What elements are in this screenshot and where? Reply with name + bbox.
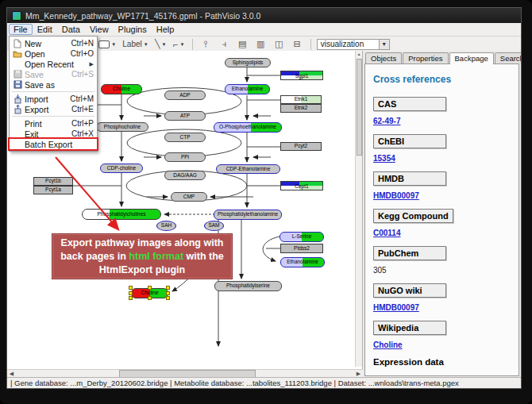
section-header: HMDB (373, 171, 446, 186)
selection-handle[interactable] (148, 286, 152, 290)
tab-backpage[interactable]: Backpage (449, 52, 494, 64)
file-menu-item-print[interactable]: PrintCtrl+P (10, 118, 97, 129)
annotation-text: Export pathway images along with back pa… (52, 237, 232, 277)
node-atp[interactable]: ATP (164, 111, 206, 121)
crossref-link[interactable]: 62-49-7 (373, 117, 400, 125)
backpage-section-cas: CAS62-49-7 (373, 96, 519, 125)
common-height-button[interactable]: ⊟ (290, 38, 305, 50)
node-cdp-ethanolamine[interactable]: CDP-Ethanolamine (216, 164, 280, 174)
node-ethanolamine[interactable]: Ethanolamine (280, 257, 325, 267)
node-dag-aag[interactable]: DAG/AAG (164, 171, 206, 180)
backpage-panel: Cross references CAS62-49-7ChEBI15354HMD… (364, 63, 519, 376)
selection-handle[interactable] (129, 296, 133, 300)
common-width-button[interactable]: ◫ (272, 38, 287, 50)
node-ptdss2[interactable]: Ptdss2 (280, 244, 323, 253)
toolbar-separator (192, 39, 193, 50)
file-menu-item-export[interactable]: ExportCtrl+E (10, 104, 97, 114)
selection-handle[interactable] (166, 286, 170, 290)
node-pcyt1b[interactable]: Pcyt1b (33, 177, 73, 186)
file-menu-item-batch-export[interactable]: Batch Export (10, 139, 97, 149)
tab-search[interactable]: Search (495, 52, 521, 63)
save-disk-icon (12, 70, 23, 79)
export-icon (12, 105, 23, 114)
crossref-link[interactable]: C00114 (373, 229, 400, 237)
visualization-dropdown-arrow-icon[interactable]: ▼ (379, 40, 389, 49)
visualization-combobox[interactable]: visualization ▼ (317, 39, 390, 50)
node-ppi[interactable]: PPi (164, 152, 206, 162)
crossref-link[interactable]: HMDB00097 (373, 303, 419, 312)
canvas-vertical-scrollbar[interactable]: ▴ (355, 51, 362, 367)
menu-item-label: Save as (25, 80, 55, 90)
menu-plugins[interactable]: Plugins (114, 24, 152, 35)
node-adp[interactable]: ADP (164, 90, 206, 100)
menu-edit[interactable]: Edit (33, 24, 57, 35)
node-etnk1[interactable]: Etnk1 (280, 95, 322, 104)
file-menu-item-exit[interactable]: ExitCtrl+X (10, 129, 97, 139)
distribute-vertical-button[interactable]: ▥ (253, 38, 268, 50)
connector-icon: ⌐ (173, 40, 178, 49)
node-ethanolamine[interactable]: Ethanolamine (225, 84, 270, 94)
screenshot-frame: Mm_Kennedy_pathway_WP1771_45176.gpml - P… (0, 0, 532, 404)
distribute-horizontal-button[interactable]: ▤ (235, 38, 250, 50)
line-tool-button[interactable]: ╲▼ (153, 38, 168, 50)
backpage-section-pubchem: PubChem305 (373, 245, 519, 275)
dropdown-arrow-icon[interactable]: ▼ (162, 42, 167, 47)
selection-handle[interactable] (166, 291, 170, 295)
align-middle-button[interactable]: ⫞ (217, 38, 232, 50)
annotation-callout: Export pathway images along with back pa… (52, 233, 233, 279)
dropdown-arrow-icon[interactable]: ▼ (144, 42, 148, 47)
file-menu-item-new[interactable]: NewCtrl+N (10, 38, 97, 48)
selection-handle[interactable] (166, 296, 170, 300)
backpage-section-hmdb: HMDBHMDB00097 (373, 171, 519, 200)
node-cdp-choline[interactable]: CDP-choline (100, 164, 143, 173)
file-menu-item-import[interactable]: ImportCtrl+M (10, 94, 97, 104)
vertical-scrollbar-thumb[interactable] (357, 59, 362, 156)
node-sgpl1[interactable]: Sgpl1 (280, 71, 323, 80)
node-ctp[interactable]: CTP (164, 133, 206, 142)
selection-handle[interactable] (148, 296, 152, 300)
node-phosphocholine[interactable]: Phosphocholine (96, 122, 148, 132)
node-sphingolipids[interactable]: Sphingolipids (225, 58, 271, 67)
node-sam[interactable]: SAM (204, 221, 224, 231)
node-phosphatidylethanolamine[interactable]: Phosphatidylethanolamine (214, 210, 282, 220)
node-choline[interactable]: Choline (101, 84, 142, 94)
menu-file[interactable]: File (9, 24, 33, 35)
menu-help[interactable]: Help (152, 24, 179, 35)
selection-handle[interactable] (129, 291, 133, 295)
menu-data[interactable]: Data (57, 24, 85, 35)
node-phosphatidylserine[interactable]: Phosphatidylserine (214, 281, 282, 291)
crossref-link[interactable]: Choline (373, 341, 403, 349)
label-tool-button[interactable]: Label▼ (121, 38, 149, 50)
dropdown-arrow-icon[interactable]: ▼ (179, 42, 184, 47)
node-cmp[interactable]: CMP (171, 192, 207, 202)
menu-item-shortcut: Ctrl+S (71, 70, 94, 79)
node-l-serine[interactable]: L-Serine (279, 232, 324, 242)
tab-objects[interactable]: Objects (365, 52, 402, 63)
align-center-button[interactable]: ⫯ (199, 38, 214, 50)
datanode-tool-button[interactable]: ▼ (97, 38, 118, 50)
file-menu-item-save-as[interactable]: Save as (10, 79, 97, 90)
dropdown-arrow-icon[interactable]: ▼ (111, 42, 116, 47)
tab-properties[interactable]: Properties (403, 52, 448, 63)
section-header: NuGO wiki (373, 283, 446, 298)
backpage-section-kegg-compound: Kegg CompoundC00114 (373, 208, 519, 237)
menu-view[interactable]: View (85, 24, 114, 35)
import-icon (12, 94, 23, 104)
shape-tool-button[interactable]: ⌐▼ (172, 38, 187, 50)
selection-handle[interactable] (129, 286, 133, 290)
node-o-phosphoethanolamine[interactable]: O-Phosphoethanolamine (214, 122, 282, 133)
node-phosphatidylcholines[interactable]: Phosphatidylcholines (82, 209, 161, 220)
menu-item-shortcut: Ctrl+O (71, 49, 94, 58)
node-cept1[interactable]: Cept1 (280, 181, 323, 190)
menu-item-label: Import (25, 94, 48, 104)
node-etnk2[interactable]: Etnk2 (280, 104, 322, 113)
file-menu-item-open[interactable]: OpenCtrl+O (10, 48, 97, 59)
crossref-link[interactable]: HMDB00097 (373, 191, 419, 200)
node-sah[interactable]: SAH (156, 221, 176, 231)
node-pcyt1a[interactable]: Pcyt1a (33, 186, 73, 194)
file-menu-item-open-recent[interactable]: Open Recent▶ (10, 59, 97, 69)
align-middle-icon: ⫞ (222, 39, 226, 49)
node-pcyt2[interactable]: Pcyt2 (280, 142, 322, 151)
file-menu-item-save[interactable]: SaveCtrl+S (10, 69, 97, 79)
crossref-link[interactable]: 15354 (373, 154, 395, 163)
